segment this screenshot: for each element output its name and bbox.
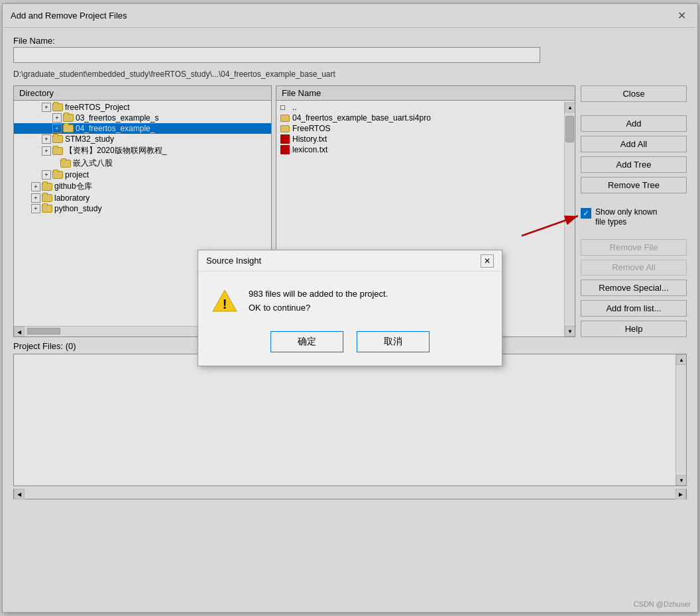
main-window: Add and Remove Project Files ✕ File Name… bbox=[2, 3, 698, 613]
dialog-message: 983 files will be added to the project. … bbox=[249, 287, 388, 315]
dialog-box: Source Insight ✕ ! 983 files will be add bbox=[198, 250, 502, 366]
warning-icon: ! bbox=[211, 289, 238, 315]
dialog-message-line2: OK to continue? bbox=[249, 301, 388, 315]
dialog-title-bar: Source Insight ✕ bbox=[198, 250, 502, 272]
dialog-confirm-button[interactable]: 确定 bbox=[270, 331, 343, 352]
dialog-buttons: 确定 取消 bbox=[211, 331, 489, 352]
dialog-body: ! 983 files will be added to the project… bbox=[198, 272, 502, 366]
dialog-overlay: Source Insight ✕ ! 983 files will be add bbox=[3, 4, 697, 612]
dialog-message-row: ! 983 files will be added to the project… bbox=[211, 287, 489, 315]
dialog-cancel-button[interactable]: 取消 bbox=[357, 331, 430, 352]
dialog-close-button[interactable]: ✕ bbox=[481, 254, 494, 268]
dialog-message-line1: 983 files will be added to the project. bbox=[249, 287, 388, 301]
dialog-title: Source Insight bbox=[206, 256, 261, 266]
svg-text:!: ! bbox=[223, 297, 227, 311]
